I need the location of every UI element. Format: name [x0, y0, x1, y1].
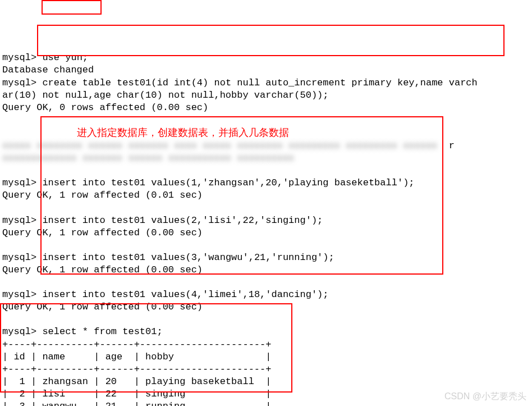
table-border: +----+----------+------+----------------…	[2, 364, 271, 375]
prompt: mysql>	[2, 52, 36, 63]
prompt: mysql>	[2, 177, 36, 188]
blur-r: r	[449, 140, 455, 151]
highlight-box-use	[42, 0, 102, 15]
cmd-insert-4: insert into test01 values(4,'limei',18,'…	[42, 289, 328, 300]
table-row: | 2 | lisi | 22 | singing |	[2, 389, 271, 399]
cmd-use: use yun;	[42, 52, 88, 63]
watermark: CSDN @小艺要秃头	[444, 391, 526, 403]
table-row: | 1 | zhangsan | 20 | playing baseketbal…	[2, 376, 271, 387]
prompt: mysql>	[2, 77, 36, 88]
table-row: | 3 | wangwu | 21 | running |	[2, 401, 271, 406]
table-head: | id | name | age | hobby |	[2, 352, 271, 362]
prompt: mysql>	[2, 326, 36, 337]
cmd-create-b: ar(10) not null,age char(10) not null,ho…	[2, 90, 329, 101]
terminal-output: mysql> use yun; Database changed mysql> …	[2, 52, 530, 406]
blurred-line: xxxxx xxxxxxxx xxxxxx xxxxxxx xxxx xxxxx…	[2, 140, 437, 151]
prompt: mysql>	[2, 289, 36, 300]
cmd-create-a: create table test01(id int(4) not null a…	[42, 77, 477, 88]
prompt: mysql>	[2, 215, 36, 226]
query-ok-0: Query OK, 0 rows affected (0.00 sec)	[2, 102, 208, 113]
cmd-insert-1: insert into test01 values(1,'zhangsan',2…	[42, 177, 414, 188]
db-changed: Database changed	[2, 65, 94, 75]
query-ok-2: Query OK, 1 row affected (0.00 sec)	[2, 227, 203, 238]
annotation-text: 进入指定数据库，创建数据表，并插入几条数据	[77, 127, 289, 138]
blurred-line: xxxxxxxxxxxxx xxxxxxx xxxxxx xxxxxxxxxxx…	[2, 153, 294, 163]
cmd-insert-3: insert into test01 values(3,'wangwu',21,…	[42, 252, 334, 263]
prompt: mysql>	[2, 252, 36, 263]
cmd-insert-2: insert into test01 values(2,'lisi',22,'s…	[42, 215, 323, 226]
query-ok-4: Query OK, 1 row affected (0.00 sec)	[2, 302, 203, 312]
query-ok-3: Query OK, 1 row affected (0.00 sec)	[2, 264, 203, 275]
query-ok-1: Query OK, 1 row affected (0.01 sec)	[2, 190, 203, 200]
cmd-select: select * from test01;	[42, 326, 162, 337]
table-border: +----+----------+------+----------------…	[2, 339, 271, 350]
